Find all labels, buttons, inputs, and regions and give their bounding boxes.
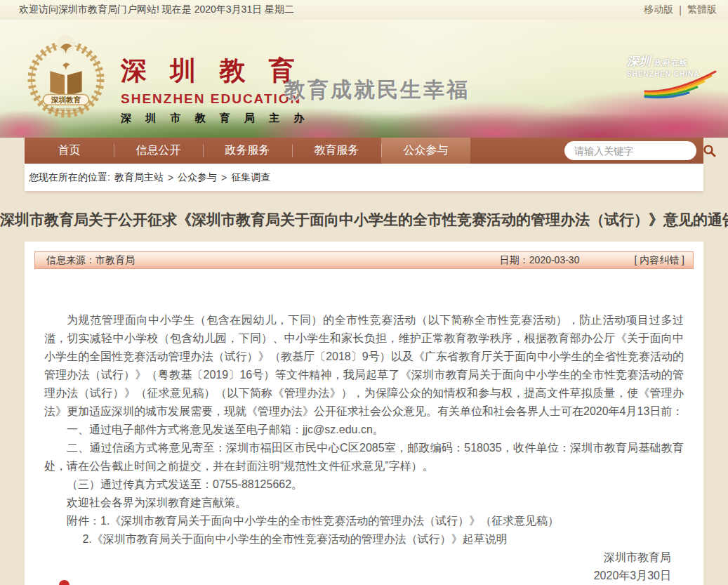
breadcrumb-separator: > — [168, 172, 173, 183]
article-paragraph-mail: 二、通过信函方式将意见寄至：深圳市福田区市民中心C区2085室，邮政编码：518… — [44, 439, 684, 475]
breadcrumb-separator: > — [221, 172, 227, 183]
site-banner: 深圳教育 SHENZHEN EDUCATION 深 圳 教 育 SHENZHEN… — [0, 20, 728, 138]
kingfisher-swoosh-icon — [642, 70, 718, 100]
main-nav: 首页 信息公开 政务服务 教育服务 公众参与 — [25, 138, 703, 164]
mobile-version-link[interactable]: 移动版 — [644, 4, 673, 16]
article-paragraph-email: 一、通过电子邮件方式将意见发送至电子邮箱：jjc@sz.edu.cn。 — [44, 421, 684, 439]
brand-host: 深 圳 市 教 育 局 主 办 — [121, 112, 310, 125]
article-paragraph: 为规范管理面向中小学生（包含在园幼儿，下同）的全市性竞赛活动（以下简称全市性竞赛… — [44, 311, 684, 421]
breadcrumb-item-survey[interactable]: 征集调查 — [231, 171, 270, 184]
banner-slogan: 教育成就民生幸福 — [284, 76, 470, 105]
topbar-divider: | — [679, 4, 682, 15]
traditional-version-link[interactable]: 繁體版 — [687, 4, 717, 16]
breadcrumb-item-main-site[interactable]: 教育局主站 — [114, 171, 164, 184]
search-input[interactable] — [574, 145, 701, 157]
brand-subtitle: SHENZHEN EDUCATION — [121, 91, 310, 107]
gov-logo-cn2: 政府在线 — [654, 58, 688, 68]
search-icon — [703, 144, 716, 157]
page-title: 深圳市教育局关于公开征求《深圳市教育局关于面向中小学生的全市性竞赛活动的管理办法… — [0, 210, 728, 230]
article-body: 为规范管理面向中小学生（包含在园幼儿，下同）的全市性竞赛活动（以下简称全市性竞赛… — [34, 269, 694, 585]
nav-item-home[interactable]: 首页 — [25, 138, 114, 164]
article-container: 信息来源：市教育局 日期：2020-03-30 [ 内容纠错 ] 为规范管理面向… — [25, 242, 703, 585]
brand-title: 深 圳 教 育 — [121, 53, 310, 88]
welcome-text: 欢迎访问深圳市教育局门户网站! 现在是 2020年3月31日 星期二 — [19, 4, 294, 16]
nav-item-public-participation[interactable]: 公众参与 — [381, 138, 470, 164]
topbar: 欢迎访问深圳市教育局门户网站! 现在是 2020年3月31日 星期二 移动版 |… — [0, 0, 728, 20]
content-correction-link[interactable]: [ 内容纠错 ] — [634, 254, 684, 267]
emblem-text: 深圳教育 — [51, 96, 81, 104]
breadcrumb-prefix: 您现在所在的位置: — [29, 171, 110, 184]
article-paragraph-fax: （三）通过传真方式发送至：0755-88125662。 — [44, 475, 684, 494]
gov-logo-cn: 深圳 — [627, 53, 651, 70]
nav-item-info-disclosure[interactable]: 信息公开 — [114, 138, 203, 164]
article-paragraph-welcome: 欢迎社会各界为深圳教育建言献策。 — [44, 494, 684, 512]
article-info-bar: 信息来源：市教育局 日期：2020-03-30 [ 内容纠错 ] — [34, 251, 694, 269]
attachment-link-2[interactable]: 2.《深圳市教育局关于面向中小学生的全市性竞赛活动的管理办法（试行）》起草说明 — [44, 530, 684, 548]
emblem-subtext: SHENZHEN EDUCATION — [48, 108, 84, 112]
article-date: 日期：2020-03-30 — [500, 254, 580, 267]
article-source: 信息来源：市教育局 — [46, 254, 135, 267]
article-signature-date: 2020年3月30日 — [44, 567, 684, 585]
breadcrumb: 您现在所在的位置: 教育局主站 > 公众参与 > 征集调查 — [25, 164, 703, 191]
footer-emblem-peek — [59, 580, 70, 585]
search-box[interactable] — [564, 141, 696, 160]
article-signature: 深圳市教育局 — [44, 548, 684, 567]
attachment-link-1[interactable]: 附件：1.《深圳市教育局关于面向中小学生的全市性竞赛活动的管理办法（试行）》（征… — [44, 512, 684, 530]
education-bureau-emblem[interactable]: 深圳教育 SHENZHEN EDUCATION — [25, 35, 107, 124]
breadcrumb-item-public-participation[interactable]: 公众参与 — [178, 171, 217, 184]
search-button[interactable] — [701, 143, 717, 159]
nav-search-area — [564, 138, 703, 164]
nav-item-education-services[interactable]: 教育服务 — [292, 138, 381, 164]
site-logo[interactable]: 深 圳 教 育 SHENZHEN EDUCATION 深 圳 市 教 育 局 主… — [121, 53, 310, 125]
shenzhen-china-logo[interactable]: 深圳 政府在线 SHENZHEN CHINA — [627, 53, 718, 78]
nav-item-gov-services[interactable]: 政务服务 — [203, 138, 292, 164]
